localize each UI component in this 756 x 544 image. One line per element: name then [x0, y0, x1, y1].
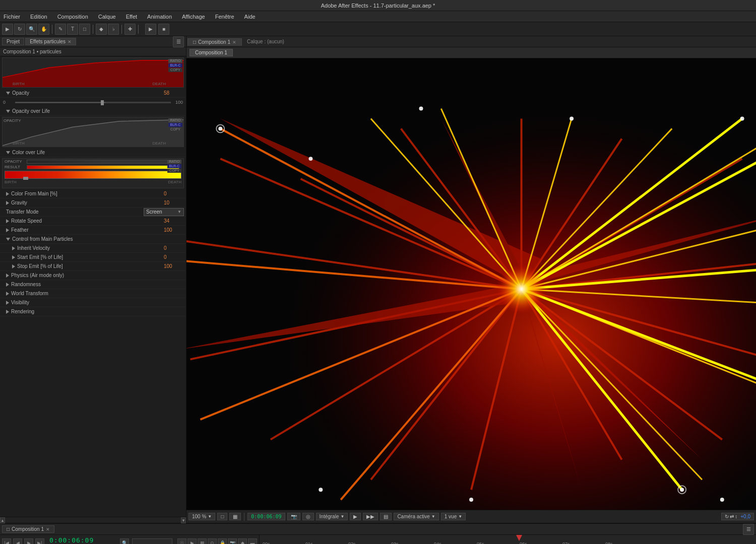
tl-motion-btn[interactable]: ◆ — [238, 538, 247, 545]
scroll-up[interactable]: ▲ — [0, 517, 5, 523]
tool-hand[interactable]: ✋ — [38, 24, 49, 35]
rotate-speed-expand[interactable] — [6, 219, 9, 223]
effets-tab[interactable]: Effets particules ✕ — [25, 38, 76, 45]
panel-menu[interactable]: ☰ — [173, 36, 184, 47]
view-mode-btn[interactable]: □ — [217, 513, 227, 520]
physics-expand[interactable] — [6, 274, 9, 278]
comp-tab-main[interactable]: □ Composition 1 ✕ — [187, 38, 242, 46]
gravity-value[interactable]: 10 — [164, 200, 184, 206]
tl-adj-btn[interactable]: ▬ — [248, 538, 257, 545]
stop-emit-value[interactable]: 100 — [164, 263, 184, 269]
comp1-btn[interactable]: Composition 1 — [190, 49, 233, 56]
visibility-expand[interactable] — [6, 301, 9, 305]
ruler-06s: 06s — [520, 541, 527, 544]
effects-panel: Projet Effets particules ✕ ☰ Composition… — [0, 36, 186, 523]
menu-aide[interactable]: Aide — [243, 14, 257, 20]
opacity-slider[interactable] — [15, 102, 171, 103]
grid-btn[interactable]: ▤ — [380, 513, 392, 520]
rendering-expand[interactable] — [6, 310, 9, 314]
opacity-min: 0 — [3, 100, 13, 105]
comp-tab-close[interactable]: ✕ — [232, 40, 236, 45]
time-display[interactable]: 0:00:06:09 — [247, 513, 285, 520]
snapshot-btn[interactable]: 📷 — [287, 513, 300, 520]
svg-point-50 — [570, 116, 574, 120]
feather-expand[interactable] — [6, 228, 9, 232]
tl-home-btn[interactable]: |◀ — [2, 538, 11, 545]
views-value: 1 vue — [445, 514, 457, 519]
camera-btn[interactable]: Caméra active ▼ — [394, 513, 438, 520]
safe-zones-btn[interactable]: ▦ — [229, 513, 241, 520]
ruler-07s: 07s — [562, 541, 570, 544]
3d-tools[interactable]: ↻ ⇄ ↕ +0,0 — [721, 513, 754, 520]
randomness-expand[interactable] — [6, 283, 9, 287]
color-over-life-expand[interactable] — [6, 151, 10, 154]
size-graph: RATIO BLR-C COPY BIRTH DEATH — [2, 57, 184, 88]
menu-affichage[interactable]: Affichage — [180, 14, 207, 20]
tool-select[interactable]: ▶ — [2, 24, 13, 35]
zoom-control[interactable]: 100 % ▼ — [188, 513, 215, 520]
tl-prev-frame[interactable]: ◀ — [13, 538, 22, 545]
color-from-main-expand[interactable] — [6, 192, 9, 196]
tl-menu[interactable]: ☰ — [743, 524, 754, 535]
tl-next-frame[interactable]: ▶| — [35, 538, 44, 545]
tool-text[interactable]: T — [67, 24, 78, 35]
opacity-value[interactable]: 58 — [164, 90, 184, 96]
quality-value: Intégrale — [320, 514, 339, 519]
menu-animation[interactable]: Animation — [146, 14, 173, 20]
opacity-max: 100 — [173, 100, 183, 105]
menu-edition[interactable]: Edition — [29, 14, 49, 20]
tl-graph-btn[interactable]: ▦ — [198, 538, 207, 545]
tl-comp-tab[interactable]: □ Composition 1 ✕ — [2, 525, 54, 533]
tl-time-display[interactable]: 0:00:06:09 — [49, 536, 94, 544]
opacity-over-life-expand[interactable] — [6, 110, 10, 113]
tl-solo-btn[interactable]: ⊙ — [208, 538, 217, 545]
tl-comp-btn[interactable]: ☉ — [177, 538, 186, 545]
inherit-velocity-value[interactable]: 0 — [164, 245, 184, 251]
opacity-expand[interactable] — [6, 92, 10, 95]
menu-fichier[interactable]: Fichier — [2, 14, 22, 20]
transfer-mode-dropdown[interactable]: Screen ▼ — [144, 208, 184, 216]
quality-btn[interactable]: Intégrale ▼ — [316, 513, 348, 520]
show-channel-btn[interactable]: ◎ — [302, 513, 314, 520]
scroll-down[interactable]: ▼ — [181, 517, 186, 523]
preview-stop[interactable]: ■ — [158, 24, 169, 35]
menu-fenetre[interactable]: Fenêtre — [214, 14, 236, 20]
tool-rotate[interactable]: ↻ — [14, 24, 25, 35]
start-emit-expand[interactable] — [12, 255, 15, 259]
gravity-expand[interactable] — [6, 201, 9, 205]
menu-effet[interactable]: Effet — [124, 14, 139, 20]
inherit-velocity-expand[interactable] — [12, 246, 15, 250]
tool-zoom[interactable]: 🔍 — [26, 24, 37, 35]
preview-canvas: Caméra active — [186, 58, 756, 510]
tool-anchor[interactable]: ✚ — [124, 24, 136, 35]
control-main-expand[interactable] — [6, 238, 10, 241]
world-transform-expand[interactable] — [6, 292, 9, 296]
start-emit-value[interactable]: 0 — [164, 254, 184, 260]
stop-emit-expand[interactable] — [12, 264, 15, 268]
tool-feather[interactable]: ♭ — [108, 24, 119, 35]
rotate-speed-value[interactable]: 34 — [164, 218, 184, 224]
menu-composition[interactable]: Composition — [56, 14, 90, 20]
preview-play[interactable]: ▶ — [145, 24, 156, 35]
tl-search-input[interactable] — [132, 538, 172, 545]
tool-pen[interactable]: ✎ — [55, 24, 66, 35]
views-btn[interactable]: 1 vue ▼ — [441, 513, 466, 520]
tl-cam-btn[interactable]: 📷 — [228, 538, 237, 545]
tl-search-btn[interactable]: 🔍 — [120, 538, 129, 545]
tl-lock-btn[interactable]: 🔒 — [218, 538, 227, 545]
render-btn[interactable]: ▶ — [350, 513, 361, 520]
feather-value[interactable]: 100 — [164, 227, 184, 233]
menu-calque[interactable]: Calque — [97, 14, 117, 20]
tool-shape[interactable]: □ — [79, 24, 90, 35]
toolbar-sep3 — [121, 25, 122, 34]
tl-render-btn[interactable]: ▶ — [187, 538, 197, 545]
toolbar: ▶ ↻ 🔍 ✋ ✎ T □ ◆ ♭ ✚ ▶ ■ — [0, 22, 756, 36]
tl-comp-close[interactable]: ✕ — [46, 527, 50, 532]
projet-tab[interactable]: Projet — [2, 38, 24, 45]
breadcrumb: Composition 1 • particules — [0, 47, 186, 56]
tool-mask[interactable]: ◆ — [96, 24, 107, 35]
render-video-btn[interactable]: ▶▶ — [363, 513, 378, 520]
color-from-main-value[interactable]: 0 — [164, 191, 184, 196]
tl-play-btn[interactable]: ▶ — [24, 538, 33, 545]
effets-tab-close[interactable]: ✕ — [68, 39, 72, 44]
